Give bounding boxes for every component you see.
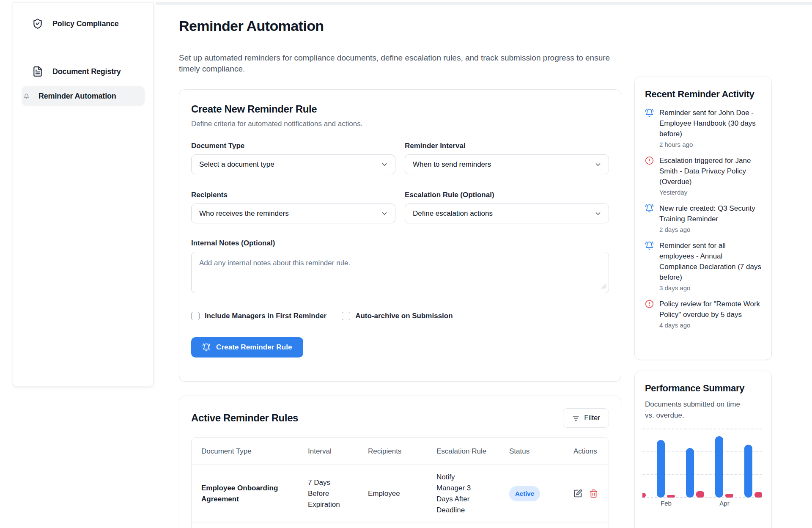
performance-summary-title: Performance Summary xyxy=(645,382,761,395)
include-managers-label: Include Managers in First Reminder xyxy=(205,312,326,320)
auto-archive-label: Auto-archive on Submission xyxy=(355,312,453,320)
recent-activity-title: Recent Reminder Activity xyxy=(645,88,761,101)
cell-document-type: Employee Onboarding Agreement xyxy=(201,483,280,505)
sidebar-item-policy-compliance[interactable]: Policy Compliance xyxy=(13,14,153,34)
field-escalation-rule: Escalation Rule (Optional) Define escala… xyxy=(405,190,609,223)
filter-icon xyxy=(572,414,580,422)
recipients-label: Recipients xyxy=(191,190,395,200)
activity-item-text: Reminder sent for John Doe - Employee Ha… xyxy=(659,107,761,139)
activity-item-time: 3 days ago xyxy=(659,284,761,292)
alert-circle-icon xyxy=(645,156,654,197)
shield-check-icon xyxy=(32,18,43,29)
rules-table-header: Document TypeIntervalRecipientsEscalatio… xyxy=(192,438,609,465)
activity-item-time: 2 days ago xyxy=(659,226,761,234)
reminder-interval-label: Reminder Interval xyxy=(405,141,609,151)
escalation-rule-select[interactable]: Define escalation actions xyxy=(405,204,609,223)
create-reminder-rule-button[interactable]: Create Reminder Rule xyxy=(191,337,303,358)
recipients-value: Who receives the reminders xyxy=(199,209,289,218)
chevron-down-icon xyxy=(381,161,388,168)
auto-archive-checkbox[interactable] xyxy=(342,312,350,320)
file-text-icon xyxy=(32,66,43,77)
activity-item: Policy review for "Remote Work Policy" o… xyxy=(645,299,761,330)
active-rules-card: Active Reminder Rules Filter Document Ty… xyxy=(179,396,621,528)
activity-item: Escalation triggered for Jane Smith - Da… xyxy=(645,155,761,197)
create-reminder-rule-label: Create Reminder Rule xyxy=(216,343,292,352)
sidebar-item-label: Reminder Automation xyxy=(38,92,116,101)
active-rules-title: Active Reminder Rules xyxy=(191,411,298,425)
bar-on-time-feb xyxy=(657,440,665,498)
internal-notes-placeholder: Add any internal notes about this remind… xyxy=(199,258,601,268)
activity-item-time: 2 hours ago xyxy=(659,140,761,149)
page: Policy ComplianceDocument RegistryRemind… xyxy=(0,0,812,528)
internal-notes-textarea[interactable]: Add any internal notes about this remind… xyxy=(191,252,609,293)
document-type-label: Document Type xyxy=(191,141,395,151)
chevron-down-icon xyxy=(594,210,602,217)
form-grid: Document Type Select a document type Rem… xyxy=(191,141,609,223)
create-rule-subtitle: Define criteria for automated notificati… xyxy=(191,119,609,129)
trash-icon[interactable] xyxy=(589,489,598,498)
field-document-type: Document Type Select a document type xyxy=(191,141,395,174)
internal-notes-label: Internal Notes (Optional) xyxy=(191,239,609,248)
column-header-escalation-rule: Escalation Rule xyxy=(436,446,504,456)
create-rule-title: Create New Reminder Rule xyxy=(191,102,609,116)
reminder-interval-value: When to send reminders xyxy=(413,160,491,169)
chevron-down-icon xyxy=(381,210,388,217)
activity-item-text: New rule created: Q3 Security Training R… xyxy=(659,203,761,224)
include-managers-checkbox[interactable] xyxy=(191,312,200,320)
filter-button[interactable]: Filter xyxy=(563,408,609,428)
sidebar-item-reminder-automation[interactable]: Reminder Automation xyxy=(22,86,145,106)
performance-summary-card: Performance Summary Documents submitted … xyxy=(634,371,772,528)
sidebar-edge-line xyxy=(13,386,13,528)
bar-overdue-may xyxy=(754,492,762,498)
cell-escalation-rule: Notify Manager 3 Days After Deadline xyxy=(436,472,480,516)
cell-recipients: Employee xyxy=(368,488,431,499)
right-column: Recent Reminder Activity Reminder sent f… xyxy=(634,77,772,528)
table-row: 30 Days Before Expiration xyxy=(192,522,609,528)
activity-item-time: 4 days ago xyxy=(659,321,761,330)
activity-item-body: Escalation triggered for Jane Smith - Da… xyxy=(659,155,761,197)
table-row: Employee Onboarding Agreement7 Days Befo… xyxy=(192,465,609,522)
cell-interval: 7 Days Before Expiration xyxy=(308,477,345,510)
sidebar-nav: Policy ComplianceDocument RegistryRemind… xyxy=(13,14,153,106)
chart-tick-labels: FebApr xyxy=(642,498,762,508)
activity-list: Reminder sent for John Doe - Employee Ha… xyxy=(645,107,761,330)
page-subtitle: Set up automated reminders for complianc… xyxy=(179,52,621,74)
alert-circle-icon xyxy=(645,300,654,330)
checkbox-row: Include Managers in First Reminder Auto-… xyxy=(191,312,609,320)
auto-archive-checkbox-group: Auto-archive on Submission xyxy=(342,312,453,320)
reminder-interval-select[interactable]: When to send reminders xyxy=(405,154,609,174)
document-type-select[interactable]: Select a document type xyxy=(191,154,395,174)
cell-actions xyxy=(573,489,600,498)
cell-status: Active xyxy=(509,486,568,501)
bar-overdue-apr xyxy=(725,494,733,498)
activity-item-body: New rule created: Q3 Security Training R… xyxy=(659,203,761,234)
column-header-recipients: Recipients xyxy=(368,446,431,456)
chart-tick-apr: Apr xyxy=(719,500,729,507)
activity-item-text: Escalation triggered for Jane Smith - Da… xyxy=(659,155,761,187)
activity-item-text: Reminder sent for all employees - Annual… xyxy=(659,240,761,283)
escalation-rule-label: Escalation Rule (Optional) xyxy=(405,190,609,200)
resize-handle-icon[interactable] xyxy=(601,283,606,291)
recipients-select[interactable]: Who receives the reminders xyxy=(191,204,395,223)
activity-item-body: Policy review for "Remote Work Policy" o… xyxy=(659,299,761,330)
rules-table: Document TypeIntervalRecipientsEscalatio… xyxy=(191,437,609,528)
include-managers-checkbox-group: Include Managers in First Reminder xyxy=(191,312,326,320)
activity-item-body: Reminder sent for John Doe - Employee Ha… xyxy=(659,107,761,149)
sidebar-item-label: Policy Compliance xyxy=(52,19,119,28)
chart-tick-feb: Feb xyxy=(661,500,672,507)
activity-item: Reminder sent for all employees - Annual… xyxy=(645,240,761,292)
activity-item: Reminder sent for John Doe - Employee Ha… xyxy=(645,107,761,149)
field-recipients: Recipients Who receives the reminders xyxy=(191,190,395,223)
edit-icon[interactable] xyxy=(573,489,582,498)
escalation-rule-value: Define escalation actions xyxy=(413,209,493,218)
sidebar-item-document-registry[interactable]: Document Registry xyxy=(13,61,153,82)
bell-icon xyxy=(24,94,29,99)
recent-activity-card: Recent Reminder Activity Reminder sent f… xyxy=(634,77,772,360)
column-header-document-type: Document Type xyxy=(201,446,303,456)
activity-item: New rule created: Q3 Security Training R… xyxy=(645,203,761,234)
rules-table-body: Employee Onboarding Agreement7 Days Befo… xyxy=(192,465,609,528)
bar-on-time-may xyxy=(744,445,752,498)
chevron-down-icon xyxy=(594,161,602,168)
bar-overdue-feb xyxy=(667,495,675,498)
bell-ring-icon xyxy=(645,204,654,234)
